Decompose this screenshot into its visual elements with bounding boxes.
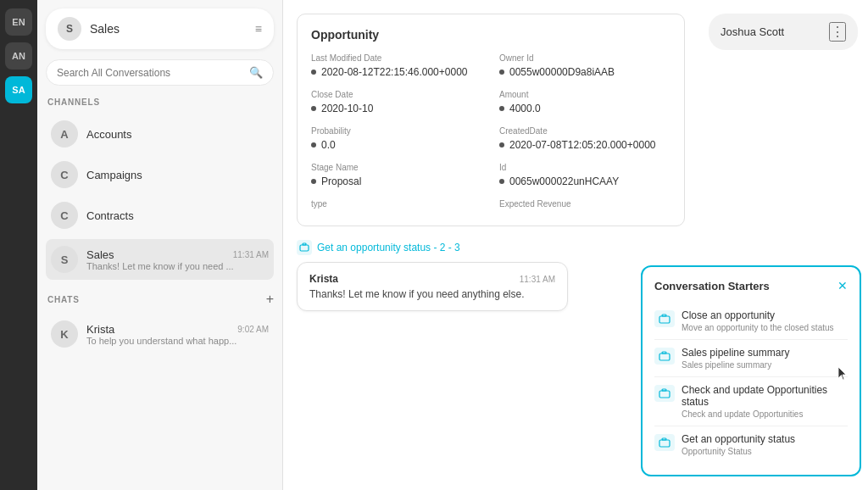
opp-field-probability: Probability 0.0 [311, 126, 482, 151]
svg-rect-0 [300, 245, 309, 251]
opp-label-created-date: CreatedDate [499, 126, 670, 136]
starter-text-pipeline: Sales pipeline summary Sales pipeline su… [682, 347, 789, 370]
bot-icon [297, 240, 312, 255]
starter-item-sales-pipeline[interactable]: Sales pipeline summary Sales pipeline su… [654, 340, 848, 377]
channel-item-sales[interactable]: S Sales 11:31 AM Thanks! Let me know if … [46, 239, 274, 280]
opp-bullet-8 [499, 179, 504, 184]
sidebar-icon-an[interactable]: AN [5, 42, 32, 70]
opp-bullet-6 [499, 142, 504, 148]
svg-rect-2 [659, 316, 670, 323]
svg-rect-8 [659, 440, 670, 447]
search-icon: 🔍 [249, 66, 263, 79]
opp-field-last-modified: Last Modified Date 2020-08-12T22:15:46.0… [311, 53, 482, 78]
starters-close-button[interactable]: ✕ [837, 279, 848, 292]
opp-bullet-4 [499, 106, 504, 111]
svg-rect-5 [662, 352, 666, 354]
contact-card: Joshua Scott ⋮ [709, 14, 858, 50]
opp-bullet-2 [499, 70, 504, 75]
opp-field-close-date: Close Date 2020-10-10 [311, 90, 482, 114]
starter-item-get-status[interactable]: Get an opportunity status Opportunity St… [654, 426, 848, 463]
opp-field-type: type [311, 199, 482, 212]
opportunity-title: Opportunity [311, 28, 670, 42]
channel-item-name-contracts: Contracts [86, 209, 134, 222]
opp-label-close-date: Close Date [311, 90, 482, 99]
starter-item-close-opportunity[interactable]: Close an opportunity Move an opportunity… [654, 303, 848, 340]
channel-item-avatar-contracts: C [51, 202, 78, 229]
add-chat-button[interactable]: + [266, 292, 274, 307]
conversation-starters: Conversation Starters ✕ Close an opportu… [641, 265, 861, 476]
opp-field-expected-revenue: Expected Revenue [499, 199, 670, 212]
bot-message-bar: Get an opportunity status - 2 - 3 [297, 240, 685, 255]
opp-label-expected-revenue: Expected Revenue [499, 199, 670, 209]
chat-message-bubble: Krista 11:31 AM Thanks! Let me know if y… [297, 262, 568, 311]
opp-field-owner-id: Owner Id 0055w00000D9a8iAAB [499, 53, 670, 78]
opp-label-type: type [311, 199, 482, 209]
filter-icon[interactable]: ≡ [255, 22, 262, 36]
starter-icon-close [654, 310, 675, 327]
sidebar-icon-en[interactable]: EN [5, 8, 32, 36]
opp-field-amount: Amount 4000.0 [499, 90, 670, 114]
starter-sub-close: Move an opportunity to the closed status [682, 323, 834, 332]
opp-field-id: Id 0065w000022unHCAAY [499, 163, 670, 187]
starter-text-status: Get an opportunity status Opportunity St… [682, 433, 795, 456]
sidebar-icon-sa[interactable]: SA [5, 76, 32, 103]
svg-rect-7 [662, 389, 666, 391]
starter-sub-status: Opportunity Status [682, 447, 795, 456]
starter-sub-check: Check and update Opportunities [682, 409, 848, 419]
svg-rect-4 [659, 354, 670, 360]
channel-item-campaigns[interactable]: C Campaigns [46, 154, 274, 195]
opportunity-card: Opportunity Last Modified Date 2020-08-1… [297, 14, 685, 226]
channel-selector[interactable]: S Sales ≡ [46, 8, 274, 49]
starter-main-pipeline: Sales pipeline summary [682, 347, 789, 359]
starter-item-check-update[interactable]: Check and update Opportunities status Ch… [654, 377, 848, 426]
channel-item-name-campaigns: Campaigns [86, 169, 142, 181]
krista-preview: To help you understand what happ... [86, 336, 269, 346]
sales-item-time: 11:31 AM [233, 250, 269, 259]
chat-area: Get an opportunity status - 2 - 3 Krista… [283, 240, 698, 490]
svg-rect-6 [659, 391, 670, 398]
channel-item-name-accounts: Accounts [86, 128, 131, 141]
opp-bullet-3 [311, 106, 316, 111]
sales-item-content: Sales 11:31 AM Thanks! Let me know if yo… [86, 248, 269, 271]
contact-name: Joshua Scott [721, 25, 784, 38]
starter-icon-status [654, 434, 675, 451]
opp-value-probability: 0.0 [311, 139, 482, 151]
channel-item-accounts[interactable]: A Accounts [46, 114, 274, 154]
starter-text-check: Check and update Opportunities status Ch… [682, 384, 848, 419]
starter-icon-pipeline [654, 348, 675, 365]
opp-bullet-5 [311, 142, 316, 148]
opp-label-amount: Amount [499, 90, 670, 99]
starters-header: Conversation Starters ✕ [654, 279, 848, 292]
opp-label-owner-id: Owner Id [499, 53, 670, 63]
opp-bullet [311, 70, 316, 75]
search-bar: 🔍 [46, 59, 274, 86]
krista-header: Krista 9:02 AM [86, 323, 269, 336]
channels-list: A Accounts C Campaigns C Contracts S Sal… [46, 114, 274, 280]
svg-rect-3 [662, 315, 666, 316]
opp-value-last-modified: 2020-08-12T22:15:46.000+0000 [311, 66, 482, 78]
channel-item-avatar-sales: S [51, 246, 78, 273]
channel-name: Sales [90, 22, 120, 36]
svg-rect-1 [303, 243, 306, 245]
opp-bullet-7 [311, 179, 316, 184]
starter-icon-check [654, 385, 675, 402]
opp-value-owner-id: 0055w00000D9a8iAAB [499, 66, 670, 78]
svg-rect-9 [662, 438, 666, 440]
more-options-button[interactable]: ⋮ [829, 22, 846, 42]
cursor-indicator [837, 366, 848, 380]
channel-selector-left: S Sales [58, 17, 120, 41]
krista-name: Krista [86, 323, 114, 336]
sidebar-icons: EN AN SA [0, 0, 37, 490]
sales-item-preview: Thanks! Let me know if you need ... [86, 261, 269, 271]
search-input[interactable] [57, 67, 242, 79]
message-time: 11:31 AM [520, 275, 555, 284]
channel-item-avatar-a: A [51, 120, 78, 148]
krista-content: Krista 9:02 AM To help you understand wh… [86, 323, 269, 346]
starters-title: Conversation Starters [654, 280, 770, 292]
opp-label-stage: Stage Name [311, 163, 482, 172]
chat-item-krista[interactable]: K Krista 9:02 AM To help you understand … [46, 314, 274, 354]
starter-text-close: Close an opportunity Move an opportunity… [682, 309, 834, 332]
channel-item-avatar-campaigns: C [51, 161, 78, 188]
starter-main-check: Check and update Opportunities status [682, 384, 848, 408]
channel-item-contracts[interactable]: C Contracts [46, 195, 274, 236]
